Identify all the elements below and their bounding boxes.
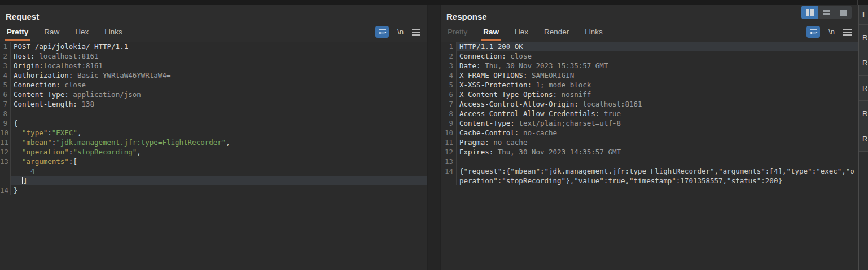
show-newlines-button[interactable]: \n — [828, 28, 835, 36]
code-line[interactable]: 10Cache-Control: no-cache — [441, 128, 858, 138]
code-line[interactable]: 13 — [441, 157, 858, 166]
panel-splitter[interactable] — [427, 5, 441, 270]
line-number: 6 — [0, 90, 11, 99]
code-text: Access-Control-Allow-Credentials: true — [457, 109, 858, 118]
code-line[interactable]: 1HTTP/1.1 200 OK — [441, 42, 858, 51]
code-token: close — [506, 52, 532, 60]
editor-menu-icon[interactable] — [412, 29, 420, 36]
stacked-view-button[interactable] — [818, 6, 835, 19]
code-line[interactable]: 12 "operation":"stopRecording", — [0, 147, 427, 157]
code-text: "arguments":[ — [11, 157, 427, 166]
rows-icon — [823, 10, 830, 15]
editor-menu-icon[interactable] — [843, 29, 852, 36]
code-line[interactable]: 4 — [0, 166, 427, 176]
code-line[interactable]: 8 — [0, 109, 427, 118]
code-text: X-XSS-Protection: 1; mode=block — [457, 80, 858, 90]
line-number: 10 — [441, 128, 457, 138]
response-tab-hex[interactable]: Hex — [514, 25, 529, 41]
code-line[interactable]: 5Connection: close — [0, 80, 427, 90]
code-line[interactable]: 1POST /api/jolokia/ HTTP/1.1 — [0, 42, 427, 51]
request-tab-links[interactable]: Links — [103, 25, 124, 41]
line-number: 11 — [441, 138, 457, 147]
code-line[interactable]: 3Date: Thu, 30 Nov 2023 15:35:57 GMT — [441, 61, 858, 70]
request-tab-pretty[interactable]: Pretty — [6, 25, 29, 41]
code-token: "type" — [22, 129, 47, 137]
square-icon — [840, 10, 847, 16]
inspector-section[interactable]: R — [859, 76, 868, 101]
code-text: } — [11, 185, 427, 195]
code-token — [14, 138, 22, 147]
code-line[interactable]: 9Content-Type: text/plain;charset=utf-8 — [441, 118, 858, 128]
code-token: "EXEC" — [52, 129, 77, 137]
inspector-section[interactable]: R — [859, 126, 868, 152]
code-line[interactable]: 3Origin:localhost:8161 — [0, 61, 427, 70]
code-token: "arguments" — [22, 157, 69, 166]
line-number: 7 — [441, 99, 457, 109]
request-editor[interactable]: 1POST /api/jolokia/ HTTP/1.12Host: local… — [0, 42, 427, 270]
code-token: , — [137, 148, 141, 156]
code-token: Pragma: — [459, 138, 489, 147]
code-token: X-FRAME-OPTIONS: — [459, 71, 527, 79]
request-toolbar: \n — [375, 26, 420, 41]
code-text: "type":"EXEC", — [11, 128, 427, 138]
code-line[interactable]: 11 "mbean":"jdk.management.jfr:type=Flig… — [0, 138, 427, 147]
code-line[interactable]: 10 "type":"EXEC", — [0, 128, 427, 138]
inspector-section[interactable]: R — [859, 50, 868, 76]
response-tab-raw[interactable]: Raw — [482, 25, 500, 41]
code-line[interactable]: 7Access-Control-Allow-Origin: localhost:… — [441, 99, 858, 109]
code-token: "operation" — [22, 148, 69, 156]
code-token: Host: — [14, 52, 35, 60]
code-line[interactable]: 2Host: localhost:8161 — [0, 51, 427, 61]
code-text: Content-Length: 138 — [11, 99, 427, 109]
code-line[interactable]: ] — [0, 176, 427, 185]
request-tab-hex[interactable]: Hex — [74, 25, 90, 41]
code-line[interactable]: 7Content-Length: 138 — [0, 99, 427, 109]
code-token: } — [14, 186, 18, 194]
inspector-header[interactable]: I — [859, 5, 868, 25]
code-token: Authorization: — [14, 71, 73, 79]
word-wrap-button[interactable] — [806, 26, 820, 38]
code-token: Thu, 30 Nov 2023 15:35:57 GMT — [481, 61, 608, 70]
line-number: 13 — [441, 157, 457, 166]
code-line[interactable]: 6X-Content-Type-Options: nosniff — [441, 90, 858, 99]
response-panel: Response Pretty Raw Hex Render Links \n … — [441, 5, 858, 270]
line-number: 12 — [0, 147, 11, 157]
code-line[interactable]: 4X-FRAME-OPTIONS: SAMEORIGIN — [441, 70, 858, 80]
line-number: 1 — [441, 42, 457, 51]
code-token: Connection: — [14, 81, 60, 89]
code-line[interactable]: 14} — [0, 185, 427, 195]
code-line[interactable]: 6Content-Type: application/json — [0, 90, 427, 99]
code-line[interactable]: 14{"request":{"mbean":"jdk.management.jf… — [441, 166, 858, 185]
code-text: { — [11, 118, 427, 128]
line-number — [0, 176, 11, 185]
single-view-button[interactable] — [835, 6, 852, 19]
code-line[interactable]: 4Authorization: Basic YWRtaW46YWRtaW4= — [0, 70, 427, 80]
code-line[interactable]: 11Pragma: no-cache — [441, 138, 858, 147]
code-token — [14, 129, 22, 137]
response-tab-render[interactable]: Render — [543, 25, 570, 41]
inspector-section[interactable]: R — [859, 101, 868, 126]
code-line[interactable]: 8Access-Control-Allow-Credentials: true — [441, 109, 858, 118]
inspector-section[interactable]: R — [859, 25, 868, 50]
code-text: X-FRAME-OPTIONS: SAMEORIGIN — [457, 70, 858, 80]
code-line[interactable]: 2Connection: close — [441, 51, 858, 61]
code-text: Date: Thu, 30 Nov 2023 15:35:57 GMT — [457, 61, 858, 70]
code-line[interactable]: 5X-XSS-Protection: 1; mode=block — [441, 80, 858, 90]
show-newlines-button[interactable]: \n — [397, 28, 404, 36]
code-line[interactable]: 12Expires: Thu, 30 Nov 2023 14:35:57 GMT — [441, 147, 858, 157]
response-tab-pretty[interactable]: Pretty — [446, 25, 468, 41]
code-token: localhost:8161 — [35, 52, 99, 60]
word-wrap-button[interactable] — [375, 26, 389, 38]
code-text: ] — [11, 176, 427, 185]
inspector-strip: I R R R R R — [858, 5, 868, 270]
line-number: 5 — [0, 80, 11, 90]
code-line[interactable]: 9{ — [0, 118, 427, 128]
side-by-side-view-button[interactable] — [801, 6, 818, 19]
response-tab-links[interactable]: Links — [584, 25, 604, 41]
code-token: , — [226, 138, 230, 147]
code-text: Cache-Control: no-cache — [457, 128, 858, 138]
request-tab-raw[interactable]: Raw — [43, 25, 60, 41]
response-editor[interactable]: 1HTTP/1.1 200 OK2Connection: close3Date:… — [441, 42, 858, 270]
code-line[interactable]: 13 "arguments":[ — [0, 157, 427, 166]
code-token: 1; mode=block — [532, 81, 591, 89]
